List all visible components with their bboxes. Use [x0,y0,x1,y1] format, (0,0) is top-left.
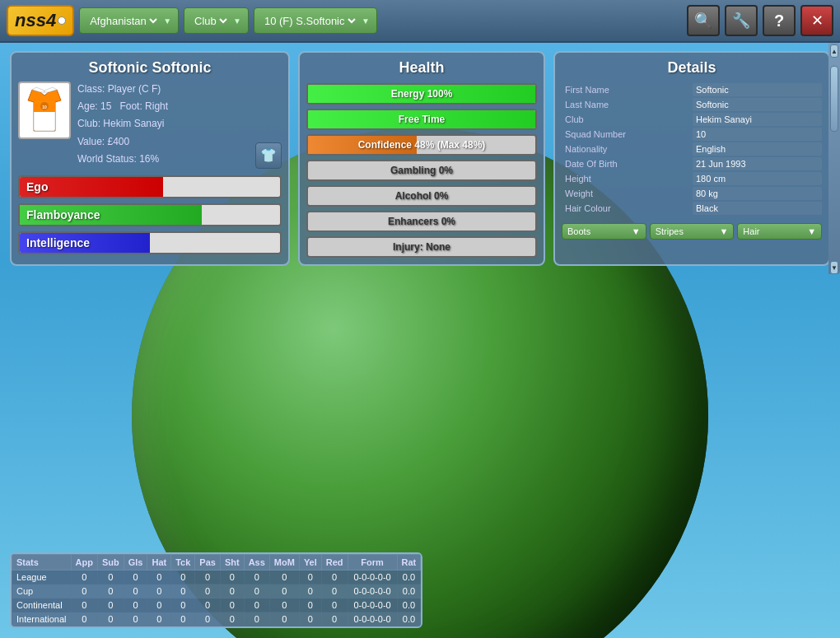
stats-cell-3-12: 0-0-0-0-0 [348,612,397,626]
stats-header-sub: Sub [97,555,124,570]
settings-button[interactable]: 🔧 [725,5,758,36]
stats-table: StatsAppSubGlsHatTckPasShtAssMoMYelRedFo… [12,554,421,626]
player-dropdown[interactable]: 10 (F) S.Softonic ▼ [254,7,377,34]
stats-cell-1-1: 0 [71,584,97,598]
stats-cell-3-10: 0 [299,612,321,626]
stats-cell-0-11: 0 [321,570,348,584]
ego-label: Ego [26,180,48,193]
player-select[interactable]: 10 (F) S.Softonic [261,14,358,28]
stats-header-form: Form [348,555,397,570]
details-dropdowns: Boots ▼ Stripes ▼ Hair ▼ [562,223,822,240]
energy-bar-row: Energy 100% [306,83,537,105]
stats-cell-0-1: 0 [71,570,97,584]
close-icon: ✕ [811,12,824,30]
stats-cell-1-13: 0.0 [397,584,421,598]
stats-cell-3-11: 0 [321,612,348,626]
confidence-label: Confidence 48% (Max 48%) [308,139,535,151]
stats-cell-1-6: 0 [195,584,221,598]
edit-icon: 👕 [260,147,277,163]
enhancers-bar-row: Enhancers 0% [306,211,537,232]
player-panel: Softonic Softonic 10 Class: Player (C F)… [10,51,290,266]
alcohol-label: Alcohol 0% [308,190,535,202]
detail-label-1: Last Name [562,98,691,111]
stripes-dropdown[interactable]: Stripes ▼ [650,223,735,240]
kit-icon: 10 [24,86,65,135]
stats-table-container: StatsAppSubGlsHatTckPasShtAssMoMYelRedFo… [10,552,422,628]
edit-player-button[interactable]: 👕 [255,142,282,169]
player-club: Club: Hekim Sanayi [77,116,249,132]
stats-cell-0-6: 0 [195,570,221,584]
stats-tbody: League000000000000-0-0-0-00.0Cup00000000… [12,570,421,626]
stats-cell-1-9: 0 [269,584,299,598]
stats-header-app: App [71,555,97,570]
stats-cell-3-5: 0 [171,612,195,626]
player-kit: 10 [18,81,71,139]
stats-cell-3-4: 0 [147,612,171,626]
club-dropdown[interactable]: Club ▼ [184,7,249,34]
detail-value-0: Softonic [693,83,822,96]
boots-arrow-icon: ▼ [632,226,641,236]
wrench-icon: 🔧 [732,12,750,30]
stats-cell-1-8: 0 [244,584,269,598]
stripes-arrow-icon: ▼ [719,226,728,236]
stats-cell-3-9: 0 [269,612,299,626]
detail-value-4: English [693,142,822,156]
help-button[interactable]: ? [763,5,796,36]
stats-cell-2-5: 0 [171,598,195,612]
details-grid: First NameSoftonicLast NameSoftonicClubH… [562,83,822,215]
freetime-label: Free Time [308,114,535,125]
confidence-bar-row: Confidence 48% (Max 48%) [306,134,537,156]
details-scrollbar[interactable]: ▲ ▼ [828,43,840,274]
hair-arrow-icon: ▼ [807,226,816,236]
search-button[interactable]: 🔍 [687,5,720,36]
intelligence-bar-fill: Intelligence [20,233,150,253]
stats-cell-2-6: 0 [195,598,221,612]
intelligence-bar-row: Intelligence [18,231,282,254]
stats-cell-3-3: 0 [124,612,147,626]
enhancers-label: Enhancers 0% [308,216,535,227]
stats-cell-0-12: 0-0-0-0-0 [348,570,397,584]
details-panel: Details First NameSoftonicLast NameSofto… [553,51,830,266]
scroll-thumb[interactable] [830,66,838,132]
detail-label-2: Club [562,113,691,126]
stats-header-yel: Yel [299,555,321,570]
detail-label-8: Hair Colour [562,202,691,215]
detail-label-0: First Name [562,83,691,96]
country-select[interactable]: Afghanistan [86,14,160,28]
stats-cell-3-8: 0 [244,612,269,626]
stats-cell-2-9: 0 [269,598,299,612]
detail-value-1: Softonic [693,98,822,111]
stats-cell-2-3: 0 [124,598,147,612]
gambling-bar-row: Gambling 0% [306,160,537,181]
stats-cell-0-0: League [12,570,72,584]
detail-value-2: Hekim Sanayi [693,113,822,126]
stats-header-tck: Tck [171,555,195,570]
boots-dropdown[interactable]: Boots ▼ [562,223,646,240]
stats-header-red: Red [321,555,348,570]
stats-cell-2-0: Continental [12,598,72,612]
stats-cell-3-6: 0 [195,612,221,626]
hair-dropdown[interactable]: Hair ▼ [737,223,822,240]
country-dropdown[interactable]: Afghanistan ▼ [79,7,179,34]
stats-cell-2-7: 0 [220,598,244,612]
stat-bars: Ego Flamboyance Intelligence [18,175,282,254]
detail-value-6: 180 cm [693,172,822,185]
stats-cell-0-13: 0.0 [397,570,421,584]
stats-cell-2-2: 0 [97,598,124,612]
stats-thead: StatsAppSubGlsHatTckPasShtAssMoMYelRedFo… [12,555,421,570]
logo-ball-icon [58,16,66,25]
detail-label-5: Date Of Birth [562,157,691,170]
club-select[interactable]: Club [191,14,230,28]
stats-cell-3-2: 0 [97,612,124,626]
close-button[interactable]: ✕ [800,5,833,36]
stats-cell-0-2: 0 [97,570,124,584]
stats-header-hat: Hat [147,555,171,570]
detail-value-3: 10 [693,128,822,141]
stats-cell-0-7: 0 [220,570,244,584]
detail-label-7: Weight [562,187,691,200]
player-class: Class: Player (C F) [77,81,249,97]
detail-label-6: Height [562,172,691,185]
detail-value-5: 21 Jun 1993 [693,157,822,170]
player-details: Class: Player (C F) Age: 15 Foot: Right … [77,81,249,169]
injury-bar-row: Injury: None [306,236,537,258]
